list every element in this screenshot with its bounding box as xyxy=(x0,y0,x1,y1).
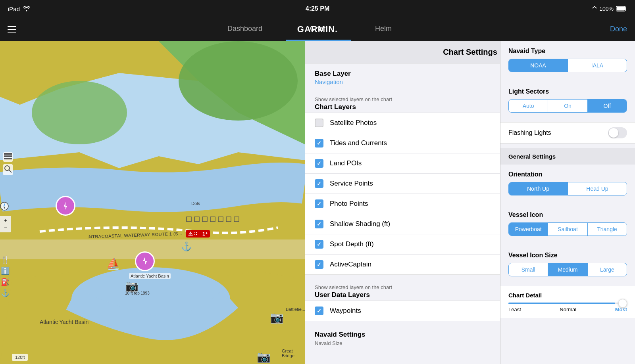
checkbox-waypoints[interactable]: ✓ xyxy=(315,307,323,315)
vessel-icon-2 xyxy=(135,251,155,271)
seg-northup[interactable]: North Up xyxy=(509,182,568,195)
device-label: iPad xyxy=(8,6,20,12)
checkbox-service[interactable]: ✓ xyxy=(315,179,323,188)
light-sectors-segmented: Auto On Off xyxy=(508,99,627,113)
orientation-section: Orientation North Up Head Up xyxy=(500,165,635,205)
checkbox-tides[interactable]: ✓ xyxy=(315,139,323,148)
seg-powerboat[interactable]: Powerboat xyxy=(509,223,548,236)
status-bar-left: iPad xyxy=(8,6,30,12)
tab-helm[interactable]: Helm xyxy=(351,17,416,41)
checkbox-land[interactable]: ✓ xyxy=(315,159,323,168)
done-button[interactable]: Done xyxy=(595,17,635,41)
location-icon xyxy=(592,6,597,11)
vessel-size-section: Vessel Icon Size Small Medium Large xyxy=(500,245,635,286)
seg-sailboat[interactable]: Sailboat xyxy=(548,223,587,236)
map-area: ⛵ 📷 📷 📷 ⚓ ⚠ 1⁺ Atlantic Yacht Basin Atla… xyxy=(0,41,305,364)
camera-icon-2: 📷 xyxy=(270,311,284,324)
tool-plus[interactable]: + xyxy=(1,217,10,224)
seg-small[interactable]: Small xyxy=(509,263,548,276)
checkbox-photo[interactable]: ✓ xyxy=(315,199,323,208)
depth-label: 10 ft rep 1993 xyxy=(125,291,150,295)
vessel-size-segmented: Small Medium Large xyxy=(508,263,627,276)
svg-rect-22 xyxy=(4,158,12,159)
seg-headup[interactable]: Head Up xyxy=(568,182,627,195)
map-svg xyxy=(0,41,305,364)
checkbox-shallow[interactable]: ✓ xyxy=(315,220,323,228)
chart-detail-slider[interactable] xyxy=(508,303,627,304)
slider-thumb[interactable] xyxy=(618,299,627,308)
chart-detail-section: Chart Detail Least Normal Most xyxy=(500,286,635,318)
svg-rect-20 xyxy=(4,153,12,155)
dols-label: Dols xyxy=(191,201,200,206)
seg-off[interactable]: Off xyxy=(588,100,627,112)
wifi-icon xyxy=(23,6,30,11)
info-icon: ℹ️ xyxy=(1,266,10,275)
battlefield-label: Battlefie... xyxy=(286,307,305,312)
scale-bar: 120ft xyxy=(12,354,28,361)
navaid-type-segmented: NOAA IALA xyxy=(508,59,627,72)
boat-icon: ⛵ xyxy=(106,257,120,270)
atlantic-yacht-basin-label: Atlantic Yacht Basin xyxy=(129,273,171,279)
great-bridge-label: Great Bridge xyxy=(282,349,305,358)
ext-panel: Navaid Type NOAA IALA Light Sectors Auto… xyxy=(500,41,635,364)
svg-point-23 xyxy=(5,166,10,171)
vessel-icon-segmented: Powerboat Sailboat Triangle xyxy=(508,222,627,236)
brand-logo: GARMIN. xyxy=(297,17,338,41)
status-bar: iPad 4:25 PM 100% xyxy=(0,0,635,17)
general-settings-header: General Settings xyxy=(500,148,635,165)
fuel-icon: ⛽ xyxy=(1,278,10,286)
checkbox-activecaptain[interactable]: ✓ xyxy=(315,260,323,269)
light-sectors-section: Light Sectors Auto On Off xyxy=(500,82,635,122)
tool-minus[interactable]: − xyxy=(1,224,10,231)
svg-rect-21 xyxy=(4,155,12,157)
restaurant-icon: 🍴 xyxy=(1,255,10,264)
status-bar-right: 100% xyxy=(592,6,627,12)
seg-large[interactable]: Large xyxy=(588,263,627,276)
seg-on[interactable]: On xyxy=(548,100,587,112)
hamburger-button[interactable] xyxy=(0,17,24,41)
battery-label: 100% xyxy=(599,6,614,12)
slider-fill xyxy=(508,303,615,304)
anchor-icon: ⚓ xyxy=(181,241,192,252)
seg-auto[interactable]: Auto xyxy=(509,100,548,112)
svg-point-8 xyxy=(32,81,127,144)
seg-noaa[interactable]: NOAA xyxy=(509,59,568,72)
hamburger-icon[interactable] xyxy=(8,26,16,33)
status-bar-time: 4:25 PM xyxy=(306,5,329,12)
vessel-icon-1 xyxy=(56,196,75,216)
flashing-lights-row: Flashing Lights xyxy=(500,122,635,144)
main-content: ⛵ 📷 📷 📷 ⚓ ⚠ 1⁺ Atlantic Yacht Basin Atla… xyxy=(0,41,635,364)
vessel-icon-section: Vessel Icon Powerboat Sailboat Triangle xyxy=(500,205,635,245)
seg-iala[interactable]: IALA xyxy=(568,59,627,72)
compass-icon xyxy=(0,202,9,212)
svg-rect-1 xyxy=(617,7,625,11)
orientation-segmented: North Up Head Up xyxy=(508,182,627,195)
anchor2-icon: ⚓ xyxy=(1,289,10,297)
seg-medium[interactable]: Medium xyxy=(548,263,587,276)
zoom-icon[interactable] xyxy=(3,164,13,175)
nav-bar: Dashboard Chart Helm GARMIN. Done xyxy=(0,17,635,41)
seg-triangle[interactable]: Triangle xyxy=(588,223,627,236)
navaid-type-section: Navaid Type NOAA IALA xyxy=(500,41,635,82)
camera-icon-1: 📷 xyxy=(125,279,139,292)
atlantic-yacht-label: Atlantic Yacht Basin xyxy=(40,319,89,325)
flashing-lights-toggle[interactable] xyxy=(608,127,627,138)
battery-icon xyxy=(616,6,627,11)
tab-dashboard[interactable]: Dashboard xyxy=(204,17,286,41)
svg-line-24 xyxy=(9,170,12,172)
nav-icon-1[interactable] xyxy=(3,152,13,162)
checkbox-spotdepth[interactable]: ✓ xyxy=(315,240,323,249)
camera-icon-3: 📷 xyxy=(257,351,271,364)
settings-panel: Chart Settings Base Layer Navigation Sho… xyxy=(305,41,635,364)
checkbox-satellite[interactable] xyxy=(315,119,323,127)
left-tools: + − xyxy=(0,216,11,232)
slider-labels: Least Normal Most xyxy=(508,307,627,312)
route-alert: ⚠ 1⁺ xyxy=(186,230,210,238)
left-icons-col: 🍴 ℹ️ ⛽ ⚓ xyxy=(1,255,10,297)
toggle-knob xyxy=(609,128,618,138)
svg-point-9 xyxy=(179,41,298,121)
